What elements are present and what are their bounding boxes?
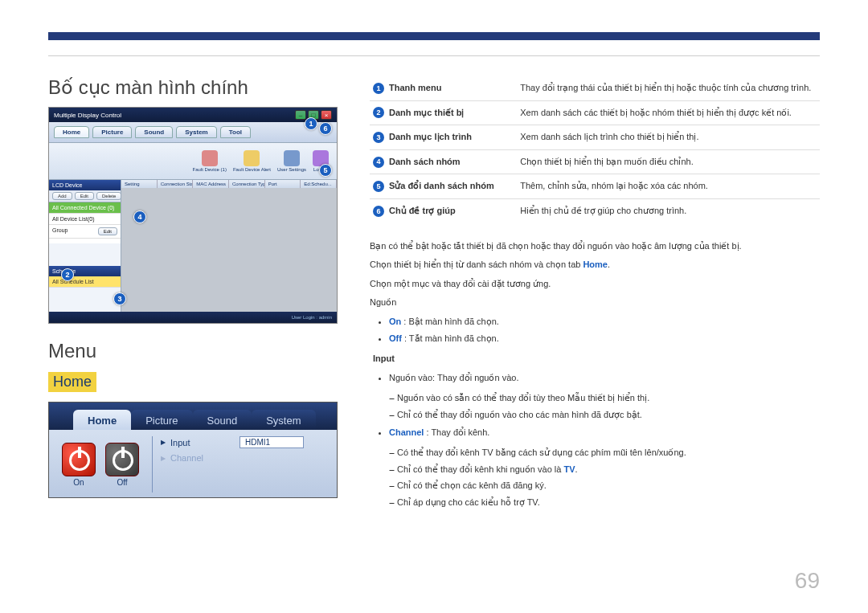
bullet-input: Nguồn vào: Thay đổi nguồn vào. [389, 371, 820, 386]
def-desc: Xem danh sách các thiết bị hoặc nhóm thi… [517, 100, 820, 125]
def-row-1: 1Thanh menuThay đổi trạng thái của thiết… [370, 76, 820, 100]
sidebar-item-all[interactable]: All Device List(0) [49, 214, 121, 225]
tab-bar: Home Picture Sound System Tool [49, 122, 337, 143]
def-row-3: 3Danh mục lịch trìnhXem danh sách lịch t… [370, 125, 820, 150]
tab-tool[interactable]: Tool [220, 126, 251, 138]
fault-alert-icon[interactable]: Fault Device Alert [233, 150, 271, 172]
edit-button[interactable]: Edit [75, 192, 94, 200]
app-window: Multiple Display Control – □ × Home Pict… [48, 107, 338, 324]
power-on-label: On [73, 478, 84, 487]
num-circle: 1 [373, 83, 384, 94]
delete-button[interactable]: Delete [96, 192, 121, 200]
page-header-rule [48, 32, 820, 56]
bullet-channel: Channel : Thay đổi kênh. [389, 426, 820, 440]
input-heading: Input [373, 352, 820, 366]
heading-layout: Bố cục màn hình chính [48, 76, 338, 99]
sidebar-section-lcd[interactable]: LCD Device [49, 180, 121, 190]
bullet-off: Off : Tắt màn hình đã chọn. [389, 332, 820, 346]
input-label: Input [170, 438, 235, 447]
heading-menu: Menu [48, 340, 338, 362]
callout-4: 4 [133, 210, 146, 223]
def-term-text: Danh sách nhóm [389, 155, 461, 170]
close-icon[interactable]: × [321, 110, 332, 120]
callout-definitions: 1Thanh menuThay đổi trạng thái của thiết… [370, 76, 820, 223]
num-circle: 2 [373, 107, 384, 118]
def-desc: Chọn thiết bị hiển thị bạn muốn điều chỉ… [517, 149, 820, 174]
tab-picture[interactable]: Picture [92, 126, 132, 138]
tab-sound[interactable]: Sound [135, 126, 173, 138]
def-desc: Thêm, chỉnh sửa, nhóm lại hoặc xóa các n… [517, 174, 820, 199]
def-desc: Hiển thị chủ đề trợ giúp cho chương trìn… [517, 198, 820, 223]
callout-3: 3 [113, 292, 126, 305]
def-row-2: 2Danh mục thiết bịXem danh sách các thiế… [370, 100, 820, 125]
num-circle: 6 [373, 206, 384, 217]
crop-tab-picture[interactable]: Picture [131, 410, 192, 430]
home-label: Home [48, 372, 96, 392]
arrow-right-icon: ▶ [161, 439, 166, 446]
p-intro-3: Chọn một mục và thay đổi cài đặt tương ứ… [370, 277, 820, 292]
sidebar-item-group[interactable]: Group Edit [49, 225, 121, 239]
channel-sub-4: Chỉ áp dụng cho các kiểu hỗ trợ TV. [370, 496, 820, 510]
window-title: Multiple Display Control [54, 112, 121, 119]
sidebar-mini-toolbar: Add Edit Delete [49, 190, 121, 202]
p-intro-2: Chọn thiết bị hiển thị từ danh sách nhóm… [370, 258, 820, 272]
input-row: ▶ Input HDMI1 [161, 436, 329, 448]
def-row-5: 5Sửa đổi danh sách nhómThêm, chỉnh sửa, … [370, 174, 820, 199]
power-off-label: Off [117, 478, 127, 487]
page-number: 69 [795, 568, 820, 594]
num-circle: 4 [373, 157, 384, 168]
p-intro-1: Bạn có thể bật hoặc tắt thiết bị đã chọn… [370, 239, 820, 254]
channel-label: Channel [170, 453, 235, 463]
titlebar: Multiple Display Control – □ × [49, 108, 337, 122]
num-circle: 5 [373, 181, 384, 192]
def-desc: Xem danh sách lịch trình cho thiết bị hi… [517, 125, 820, 150]
def-term-text: Chủ đề trợ giúp [389, 204, 456, 219]
bullet-on: On : Bật màn hình đã chọn. [389, 315, 820, 329]
crop-tab-system[interactable]: System [252, 410, 315, 430]
channel-sub-2: Chỉ có thể thay đổi kênh khi nguồn vào l… [370, 463, 820, 477]
nguon-label: Nguồn [370, 296, 820, 310]
fault-device-icon[interactable]: Fault Device (1) [193, 150, 227, 172]
def-term-text: Thanh menu [389, 81, 441, 96]
crop-tab-home[interactable]: Home [73, 410, 131, 430]
callout-6: 6 [319, 122, 332, 135]
channel-sub-1: Có thể thay đổi kênh TV bằng cách sử dụn… [370, 446, 820, 460]
tab-home[interactable]: Home [54, 126, 89, 138]
def-row-6: 6Chủ đề trợ giúpHiển thị chủ đề trợ giúp… [370, 198, 820, 223]
group-label: Group [52, 227, 68, 235]
callout-5: 5 [319, 164, 332, 177]
input-sub-2: Chỉ có thể thay đổi nguồn vào cho các mà… [370, 408, 820, 423]
def-term-text: Danh mục lịch trình [389, 130, 472, 145]
channel-sub-3: Chỉ có thể chọn các kênh đã đăng ký. [370, 479, 820, 493]
arrow-right-icon: ▶ [161, 455, 166, 462]
sidebar-section-schedule[interactable]: Schedule [49, 266, 121, 276]
sidebar-item-connected[interactable]: All Connected Device (0) [49, 202, 121, 214]
tab-system[interactable]: System [176, 126, 216, 138]
home-crop: Home Picture Sound System On [48, 402, 338, 498]
add-button[interactable]: Add [52, 192, 72, 200]
user-settings-icon[interactable]: User Settings [277, 150, 306, 172]
input-value[interactable]: HDMI1 [240, 436, 304, 448]
def-term-text: Sửa đổi danh sách nhóm [389, 179, 494, 194]
channel-row: ▶ Channel [161, 453, 329, 463]
input-sub-1: Nguồn vào có sẵn có thể thay đổi tùy the… [370, 391, 820, 406]
group-edit-button[interactable]: Edit [98, 227, 117, 235]
sidebar-item-schedule[interactable]: All Schedule List [49, 276, 121, 288]
num-circle: 3 [373, 132, 384, 143]
minimize-icon[interactable]: – [295, 110, 306, 120]
def-row-4: 4Danh sách nhómChọn thiết bị hiển thị bạ… [370, 149, 820, 174]
grid-header: Setting Connection Status MAC Address Co… [121, 180, 337, 188]
status-login: User Login : admin [292, 315, 332, 320]
power-on-button[interactable] [62, 443, 96, 476]
callout-2: 2 [61, 268, 74, 281]
statusbar: User Login : admin [49, 312, 337, 323]
power-off-button[interactable] [105, 443, 139, 476]
callout-1: 1 [305, 117, 317, 130]
main-grid: Setting Connection Status MAC Address Co… [121, 180, 337, 312]
def-term-text: Danh mục thiết bị [389, 106, 464, 121]
toolbar-icons: Fault Device (1) Fault Device Alert User… [49, 143, 337, 180]
sidebar: LCD Device Add Edit Delete All Connected… [49, 180, 121, 312]
crop-tab-sound[interactable]: Sound [193, 410, 252, 430]
def-desc: Thay đổi trạng thái của thiết bị hiển th… [517, 76, 820, 100]
